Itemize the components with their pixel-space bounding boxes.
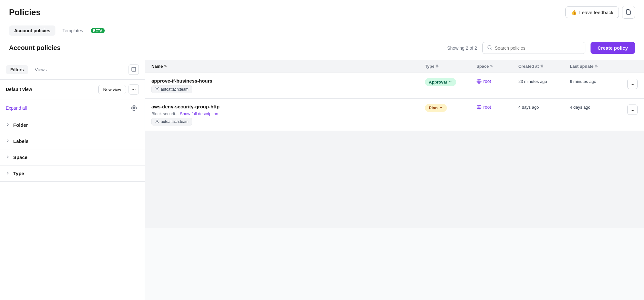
policy-name-cell-1: approve-if-business-hours autoattach:tea… bbox=[151, 78, 425, 93]
tabs-row: Account policies Templates BETA bbox=[0, 22, 644, 36]
dropdown-icon-2 bbox=[439, 105, 443, 110]
column-header-last-update[interactable]: Last update ⇅ bbox=[570, 64, 621, 69]
tag-icon-2 bbox=[155, 119, 159, 124]
document-icon bbox=[626, 9, 631, 16]
dots-icon: ··· bbox=[131, 86, 136, 92]
show-full-description-link[interactable]: Show full description bbox=[180, 111, 218, 116]
dots-icon: ··· bbox=[630, 81, 635, 87]
chevron-right-icon bbox=[6, 155, 10, 160]
sidebar-filter-space[interactable]: Space bbox=[0, 149, 145, 165]
sidebar-expand: Expand all bbox=[0, 99, 145, 117]
svg-point-4 bbox=[133, 107, 135, 109]
row-actions-2: ··· bbox=[621, 104, 638, 115]
chevron-right-icon bbox=[6, 123, 10, 128]
policy-name-2[interactable]: aws-deny-security-group-http bbox=[151, 104, 425, 109]
policy-name-1[interactable]: approve-if-business-hours bbox=[151, 78, 425, 84]
policy-tag-1: autoattach:team bbox=[151, 85, 192, 93]
page-title: Policies bbox=[9, 7, 41, 17]
row-actions-1: ··· bbox=[621, 78, 638, 89]
sidebar-top: Filters Views bbox=[0, 60, 145, 80]
beta-badge: BETA bbox=[91, 28, 105, 33]
sidebar-tab-views[interactable]: Views bbox=[30, 65, 51, 74]
section-header: Account policies Showing 2 of 2 Create p… bbox=[0, 36, 644, 60]
empty-content-area bbox=[145, 131, 644, 228]
type-badge-2[interactable]: Plan bbox=[425, 104, 447, 112]
sidebar-filter-type[interactable]: Type bbox=[0, 165, 145, 182]
sidebar-tabs: Filters Views bbox=[6, 65, 51, 74]
create-policy-button[interactable]: Create policy bbox=[591, 42, 635, 54]
space-icon-1 bbox=[476, 79, 482, 85]
gear-icon-button[interactable] bbox=[129, 103, 139, 113]
filter-labels-label: Labels bbox=[13, 138, 29, 144]
main-layout: Filters Views Default view New view ··· bbox=[0, 60, 644, 300]
table-row: approve-if-business-hours autoattach:tea… bbox=[145, 73, 644, 99]
filter-space-label: Space bbox=[13, 155, 27, 160]
space-cell-2[interactable]: root bbox=[476, 104, 518, 111]
collapse-icon bbox=[131, 67, 136, 73]
chevron-right-icon bbox=[6, 139, 10, 144]
policy-tag-2: autoattach:team bbox=[151, 118, 192, 125]
header-actions: 👍 Leave feedback bbox=[565, 6, 635, 19]
column-header-space[interactable]: Space ⇅ bbox=[476, 64, 518, 69]
row-options-button-2[interactable]: ··· bbox=[627, 105, 638, 115]
sort-icon-created: ⇅ bbox=[540, 64, 543, 68]
created-at-2: 4 days ago bbox=[518, 104, 570, 110]
new-view-button[interactable]: New view bbox=[98, 85, 126, 94]
content-area: Name ⇅ Type ⇅ Space ⇅ Created at ⇅ Last … bbox=[145, 60, 644, 300]
section-title: Account policies bbox=[9, 44, 61, 52]
column-header-name[interactable]: Name ⇅ bbox=[151, 64, 425, 69]
sidebar: Filters Views Default view New view ··· bbox=[0, 60, 145, 300]
space-icon-2 bbox=[476, 105, 482, 111]
last-update-2: 4 days ago bbox=[570, 104, 621, 110]
type-cell-1: Approval bbox=[425, 78, 476, 86]
collapse-sidebar-button[interactable] bbox=[129, 65, 139, 75]
dots-icon: ··· bbox=[630, 107, 635, 113]
document-icon-button[interactable] bbox=[622, 6, 635, 19]
column-header-type[interactable]: Type ⇅ bbox=[425, 64, 476, 69]
table-header: Name ⇅ Type ⇅ Space ⇅ Created at ⇅ Last … bbox=[145, 60, 644, 73]
space-cell-1[interactable]: root bbox=[476, 78, 518, 85]
chevron-right-icon bbox=[6, 171, 10, 176]
sidebar-default-view: Default view New view ··· bbox=[0, 80, 145, 99]
sidebar-filter-labels[interactable]: Labels bbox=[0, 133, 145, 149]
search-icon bbox=[487, 45, 492, 51]
sort-icon-name: ⇅ bbox=[164, 64, 167, 68]
sort-icon-space: ⇅ bbox=[490, 64, 493, 68]
thumbs-up-icon: 👍 bbox=[571, 9, 577, 15]
tab-account-policies[interactable]: Account policies bbox=[9, 25, 55, 36]
top-header: Policies 👍 Leave feedback bbox=[0, 0, 644, 22]
sidebar-tab-filters[interactable]: Filters bbox=[6, 65, 28, 74]
svg-line-1 bbox=[491, 48, 492, 49]
table-row: aws-deny-security-group-http Block secur… bbox=[145, 99, 644, 131]
sort-icon-last-update: ⇅ bbox=[595, 64, 598, 68]
leave-feedback-button[interactable]: 👍 Leave feedback bbox=[565, 6, 619, 18]
search-bar bbox=[482, 42, 585, 54]
svg-rect-2 bbox=[132, 67, 136, 71]
policy-name-cell-2: aws-deny-security-group-http Block secur… bbox=[151, 104, 425, 125]
type-badge-1[interactable]: Approval bbox=[425, 78, 456, 86]
tag-icon-1 bbox=[155, 87, 159, 92]
sort-icon-type: ⇅ bbox=[436, 64, 438, 68]
column-header-created[interactable]: Created at ⇅ bbox=[518, 64, 570, 69]
filter-folder-label: Folder bbox=[13, 122, 28, 128]
svg-point-8 bbox=[157, 121, 158, 122]
showing-count: Showing 2 of 2 bbox=[447, 45, 477, 51]
type-cell-2: Plan bbox=[425, 104, 476, 112]
search-input[interactable] bbox=[495, 45, 581, 51]
expand-all-link[interactable]: Expand all bbox=[6, 105, 27, 111]
created-at-1: 23 minutes ago bbox=[518, 78, 570, 84]
last-update-1: 9 minutes ago bbox=[570, 78, 621, 84]
row-options-button-1[interactable]: ··· bbox=[627, 79, 638, 89]
dropdown-icon-1 bbox=[448, 80, 452, 85]
filter-type-label: Type bbox=[13, 171, 24, 176]
tab-templates[interactable]: Templates bbox=[57, 25, 88, 36]
policy-description-2: Block securit... Show full description bbox=[151, 111, 425, 116]
view-options-button[interactable]: ··· bbox=[129, 84, 139, 95]
svg-point-5 bbox=[157, 88, 158, 89]
sidebar-view-actions: New view ··· bbox=[98, 84, 139, 95]
default-view-label: Default view bbox=[6, 87, 32, 92]
sidebar-filter-folder[interactable]: Folder bbox=[0, 117, 145, 133]
